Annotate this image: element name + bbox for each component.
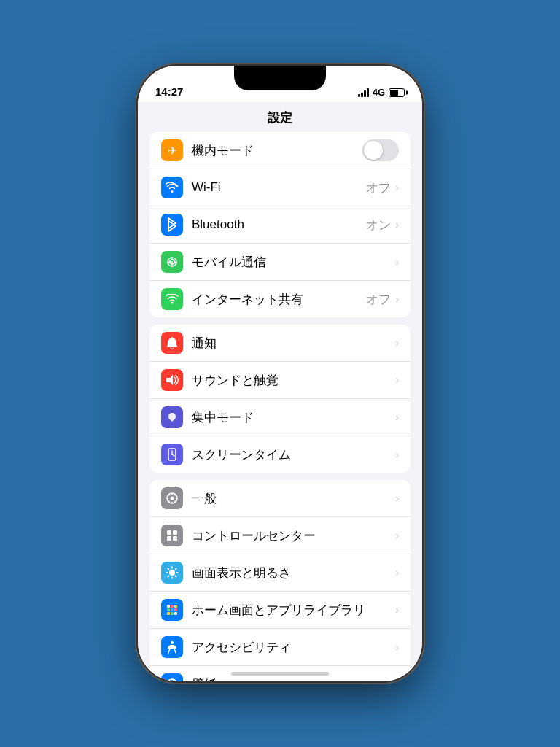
settings-group-general: 一般 › コントロールセンター [138, 480, 422, 681]
svg-point-44 [171, 641, 174, 644]
settings-group-network-inner: ✈ 機内モード [149, 132, 411, 317]
notifications-icon [161, 332, 183, 354]
svg-point-13 [171, 497, 174, 500]
settings-row-bluetooth[interactable]: Bluetooth オン › [149, 206, 411, 244]
display-label: 画面表示と明るさ [192, 565, 395, 581]
svg-rect-40 [174, 608, 177, 611]
bluetooth-value: オン [366, 217, 391, 233]
svg-line-20 [175, 495, 176, 496]
settings-row-accessibility[interactable]: アクセシビリティ › [149, 629, 411, 666]
cellular-label: モバイル通信 [192, 254, 395, 271]
settings-row-sounds[interactable]: サウンドと触覚 › [149, 362, 411, 399]
sounds-icon [161, 369, 183, 391]
settings-group-network: ✈ 機内モード [138, 132, 422, 317]
notifications-label: 通知 [192, 335, 395, 352]
bluetooth-label: Bluetooth [192, 217, 366, 232]
notifications-chevron-icon: › [395, 337, 399, 349]
nav-title: 設定 [138, 102, 422, 132]
cellular-icon [161, 251, 183, 273]
svg-rect-37 [174, 605, 177, 608]
battery-fill [390, 90, 398, 96]
status-icons: 4G [358, 87, 405, 98]
wifi-value: オフ [366, 179, 391, 196]
general-label: 一般 [192, 490, 395, 507]
settings-row-homescreen[interactable]: ホーム画面とアプリライブラリ › [149, 592, 411, 629]
svg-line-31 [168, 568, 168, 569]
svg-rect-36 [171, 605, 174, 608]
settings-row-airplane[interactable]: ✈ 機内モード [149, 132, 411, 169]
homescreen-label: ホーム画面とアプリライブラリ [192, 602, 395, 619]
sounds-chevron-icon: › [395, 374, 399, 386]
settings-row-notifications[interactable]: 通知 › [149, 325, 411, 362]
svg-rect-24 [167, 536, 171, 541]
svg-line-11 [172, 454, 174, 456]
focus-chevron-icon: › [395, 411, 399, 423]
svg-rect-39 [171, 608, 174, 611]
accessibility-icon [161, 636, 183, 658]
homescreen-chevron-icon: › [395, 604, 399, 616]
settings-row-controlcenter[interactable]: コントロールセンター › [149, 517, 411, 554]
settings-group-notifications: 通知 › サウンドと触覚 › [138, 325, 422, 473]
settings-row-cellular[interactable]: モバイル通信 › [149, 244, 411, 281]
airplane-icon: ✈ [161, 139, 183, 161]
sounds-label: サウンドと触覚 [192, 372, 395, 389]
controlcenter-label: コントロールセンター [192, 527, 395, 544]
svg-line-33 [175, 568, 176, 569]
accessibility-chevron-icon: › [395, 641, 399, 653]
status-time: 14:27 [155, 85, 183, 98]
accessibility-label: アクセシビリティ [192, 639, 395, 656]
svg-point-2 [171, 261, 173, 263]
display-chevron-icon: › [395, 567, 399, 578]
settings-row-screentime[interactable]: スクリーンタイム › [149, 436, 411, 473]
bluetooth-chevron-icon: › [395, 219, 399, 231]
wallpaper-label: 壁紙 [192, 676, 395, 682]
svg-rect-41 [167, 612, 170, 615]
wifi-chevron-icon: › [395, 182, 399, 193]
wifi-label: Wi-Fi [192, 180, 366, 195]
screentime-icon [161, 444, 183, 465]
svg-rect-23 [173, 530, 177, 535]
settings-row-hotspot[interactable]: インターネット共有 オフ › [149, 281, 411, 317]
status-bar: 14:27 4G [138, 66, 422, 102]
settings-row-focus[interactable]: 集中モード › [149, 399, 411, 436]
settings-group-general-inner: 一般 › コントロールセンター [149, 480, 411, 681]
settings-group-notifications-inner: 通知 › サウンドと触覚 › [149, 325, 411, 473]
svg-rect-38 [167, 608, 170, 611]
settings-row-general[interactable]: 一般 › [149, 480, 411, 517]
svg-rect-35 [167, 605, 170, 608]
hotspot-value: オフ [366, 291, 391, 308]
settings-row-wifi[interactable]: Wi-Fi オフ › [149, 169, 411, 206]
hotspot-chevron-icon: › [395, 293, 399, 305]
svg-point-26 [169, 570, 175, 576]
svg-line-18 [168, 495, 170, 496]
focus-icon [161, 406, 183, 428]
general-chevron-icon: › [395, 492, 399, 504]
controlcenter-chevron-icon: › [395, 530, 399, 541]
svg-point-7 [171, 302, 174, 304]
general-icon [161, 487, 183, 509]
svg-line-32 [175, 576, 176, 576]
signal-type: 4G [373, 87, 385, 98]
svg-marker-8 [166, 375, 173, 385]
settings-content: ✈ 機内モード [138, 132, 422, 681]
signal-bars-icon [358, 88, 369, 97]
svg-line-34 [168, 576, 168, 576]
notch [234, 66, 326, 90]
svg-line-19 [175, 501, 176, 503]
svg-rect-42 [171, 612, 174, 615]
settings-row-display[interactable]: 画面表示と明るさ › [149, 554, 411, 592]
cellular-chevron-icon: › [395, 256, 399, 268]
wifi-icon [161, 177, 183, 198]
bluetooth-icon [161, 214, 183, 236]
hotspot-label: インターネット共有 [192, 291, 366, 308]
homescreen-icon [161, 599, 183, 621]
svg-rect-43 [174, 612, 177, 615]
airplane-label: 機内モード [192, 142, 362, 159]
home-indicator [231, 672, 329, 676]
svg-rect-22 [167, 530, 171, 535]
wallpaper-icon [161, 673, 183, 681]
screentime-chevron-icon: › [395, 449, 399, 460]
airplane-toggle[interactable] [362, 139, 399, 161]
hotspot-icon [161, 288, 183, 310]
focus-label: 集中モード [192, 409, 395, 426]
